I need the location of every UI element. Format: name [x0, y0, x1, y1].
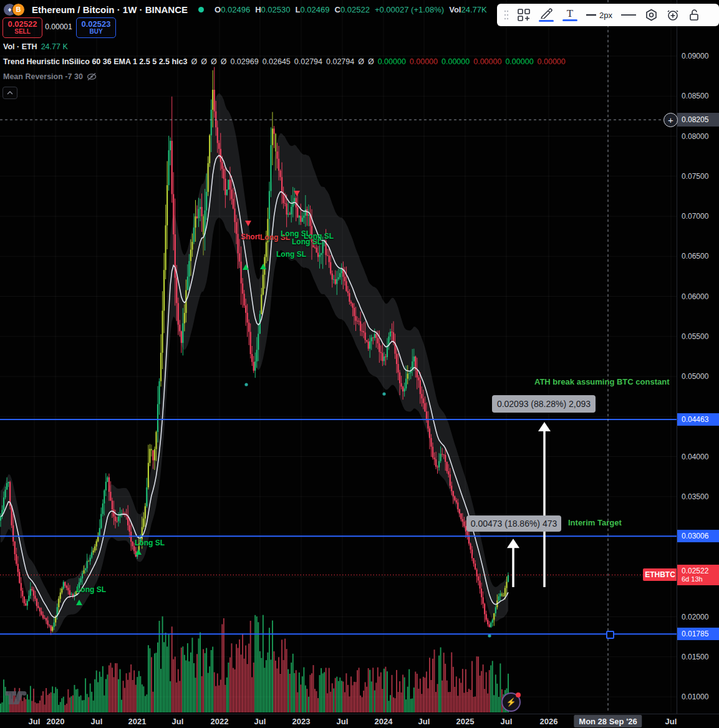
ohlc-row: O0.02496 H0.02530 L0.02469 C0.02522 +0.0… [215, 5, 487, 14]
line-style-button[interactable] [621, 6, 636, 24]
price-tick-label: 0.08500 [682, 92, 708, 100]
time-tick-label: 2020 [47, 717, 65, 726]
line-width-value: 2px [599, 11, 612, 20]
mean-reversion-title[interactable]: Mean Reversion -7 30 [3, 72, 83, 81]
trend-indicator-title[interactable]: Trend Heuristic InSilico 60 36 EMA 1 2.5… [3, 57, 188, 66]
price-axis-chip: 0.025226d 13h [677, 565, 719, 585]
tradingview-chart-window: ♦ B Ethereum / Bitcoin · 1W · BINANCE O0… [0, 0, 719, 728]
hidden-eye-icon[interactable] [87, 72, 97, 81]
horizontal-line-handle[interactable] [606, 631, 614, 639]
strategy-sl-label: Long SL [276, 250, 306, 259]
text-color-swatch [562, 19, 577, 21]
measure-label-lower[interactable]: 0.00473 (18.86%) 473 [466, 515, 561, 532]
chevron-up-icon [7, 91, 13, 95]
legend-collapse-button[interactable] [2, 87, 17, 99]
market-open-dot-icon[interactable] [198, 7, 204, 12]
price-axis[interactable]: 0.090000.085000.080000.075000.070000.065… [677, 0, 719, 714]
price-tick-label: 0.09000 [682, 52, 708, 60]
sell-button[interactable]: 0.02522 SELL [2, 17, 42, 38]
price-tick-label: 0.03500 [682, 492, 708, 501]
toolbar-drag-handle[interactable] [504, 6, 509, 24]
pencil-color-swatch [539, 20, 554, 22]
open-value: 0.02496 [221, 5, 250, 14]
notification-dot [516, 692, 521, 697]
lock-button[interactable] [688, 6, 700, 24]
tradingview-logo[interactable] [5, 691, 31, 707]
indicator-value: 0.02794 [294, 57, 322, 66]
measure-label-upper[interactable]: 0.02093 (88.28%) 2,093 [492, 395, 596, 413]
indicator-value: Ø [191, 57, 198, 66]
legend-mean-reversion-row[interactable]: Mean Reversion -7 30 [3, 72, 97, 81]
vol-value: 24.77K [461, 5, 486, 14]
price-tick-label: 0.07500 [682, 172, 708, 181]
time-tick-label: Jul [91, 717, 103, 726]
indicator-value: 0.00000 [538, 57, 566, 66]
indicator-value: 0.00000 [505, 57, 533, 66]
measure-arrows-layer [507, 422, 551, 587]
price-tick-label: 0.04000 [682, 453, 708, 461]
close-key: C [334, 5, 340, 14]
symbol-title[interactable]: Ethereum / Bitcoin · 1W · BINANCE [32, 4, 188, 15]
price-tick-label: 0.06500 [682, 252, 708, 261]
sell-price: 0.02522 [8, 20, 37, 29]
time-crosshair-chip: Mon 28 Sep '26 [574, 715, 642, 727]
indicator-value: 0.00000 [410, 57, 438, 66]
drawing-toolbar: T 2px [497, 4, 719, 26]
volume-indicator-value: 24.77 K [41, 42, 68, 51]
time-tick-label: Jul [29, 717, 41, 726]
time-tick-label: Jul [665, 717, 677, 726]
strategy-sl-label: Short [241, 232, 260, 241]
change-value: +0.00027 (+1.08%) [375, 5, 444, 14]
time-tick-label: Jul [254, 717, 266, 726]
price-tick-label: 0.02000 [682, 613, 708, 621]
buy-label: BUY [89, 29, 102, 36]
alarm-add-icon [667, 9, 680, 22]
add-alert-button[interactable] [667, 6, 680, 24]
strategy-sl-label: Long SL [292, 237, 322, 246]
legend-volume-row[interactable]: Vol · ETH 24.77 K [3, 42, 68, 51]
chart-canvas[interactable] [0, 0, 677, 714]
volume-indicator-title[interactable]: Vol · ETH [3, 42, 37, 51]
price-axis-chip: 0.04463 [677, 413, 719, 426]
text-color-button[interactable]: T [562, 6, 577, 24]
pencil-color-button[interactable] [539, 6, 554, 24]
open-key: O [215, 5, 221, 14]
indicator-value: Ø [358, 57, 364, 66]
interim-target-note[interactable]: Interim Target [568, 518, 622, 527]
indicator-value: Ø [368, 57, 374, 66]
price-line-symbol-chip: ETHBTC [643, 568, 677, 581]
time-tick-label: 2023 [292, 717, 311, 726]
add-layout-button[interactable] [518, 6, 530, 24]
indicator-value: 0.02645 [263, 57, 291, 66]
price-tick-label: 0.07000 [682, 212, 708, 221]
time-tick-label: Jul [172, 717, 184, 726]
indicator-value: 0.00000 [473, 57, 501, 66]
ath-break-note[interactable]: ATH break assuming BTC constant [534, 377, 669, 386]
close-value: 0.02522 [340, 5, 370, 14]
drag-dots-icon [504, 10, 509, 20]
legend-trend-row[interactable]: Trend Heuristic InSilico 60 36 EMA 1 2.5… [3, 57, 569, 66]
time-tick-label: 2022 [211, 717, 229, 726]
add-order-plus-button[interactable]: + [664, 113, 678, 127]
buy-button[interactable]: 0.02523 BUY [76, 17, 116, 38]
strategy-sl-label: Long SL [76, 585, 106, 594]
buy-price: 0.02523 [82, 20, 111, 29]
line-width-button[interactable]: 2px [586, 6, 612, 24]
time-tick-label: Jul [418, 717, 430, 726]
price-axis-chip: 0.01785 [677, 628, 719, 640]
streams-lightning-button[interactable]: ⚡ [501, 692, 521, 712]
grid-layer [0, 0, 677, 712]
drawing-settings-button[interactable] [645, 6, 658, 24]
time-axis[interactable]: Jul2020Jul2021Jul2022Jul2023Jul2024Jul20… [0, 714, 719, 728]
time-tick-label: 2024 [375, 717, 393, 726]
pencil-icon [540, 8, 553, 19]
price-axis-chip: 0.03006 [677, 530, 719, 542]
line-style-icon [621, 14, 636, 16]
high-value: 0.02530 [261, 5, 291, 14]
indicator-value: 0.00000 [378, 57, 406, 66]
crosshair-layer [0, 0, 677, 712]
vol-key: Vol [449, 5, 461, 14]
indicator-value: Ø [221, 57, 227, 66]
settings-hexagon-icon [645, 9, 658, 21]
spread-value: 0.00001 [41, 22, 76, 31]
